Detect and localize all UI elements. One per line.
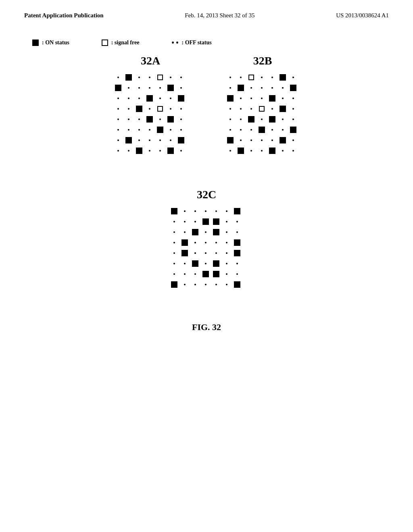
cell-filled-square <box>238 148 244 154</box>
cell-dot <box>250 98 252 99</box>
cell-filled-square <box>290 85 296 91</box>
cell-dot <box>282 129 284 131</box>
cell-filled-square <box>192 260 198 267</box>
grid-cell <box>171 239 178 246</box>
cell-dot <box>184 263 186 264</box>
header: Patent Application Publication Feb. 14, … <box>0 0 413 27</box>
grid-cell <box>258 116 265 123</box>
cell-filled-square <box>234 208 240 214</box>
grid-cell <box>269 84 276 91</box>
grid-cell <box>234 208 241 215</box>
cell-dot <box>117 77 119 78</box>
grid-cell <box>237 147 244 154</box>
grid-cell <box>213 239 220 246</box>
cell-filled-square <box>213 229 219 235</box>
cell-filled-square <box>227 95 234 102</box>
cell-dot <box>240 139 242 141</box>
grid-cell <box>213 218 220 225</box>
cell-dot <box>250 139 252 141</box>
grid-cell <box>181 281 188 288</box>
cell-dot <box>128 129 129 131</box>
grid-cell <box>248 126 255 133</box>
grid-cell <box>181 229 188 236</box>
grid-cell <box>202 260 209 267</box>
grid-cell <box>202 229 209 236</box>
cell-dot <box>226 210 227 212</box>
cell-filled-square <box>125 74 132 81</box>
grid-cell <box>171 281 178 288</box>
cell-dot <box>250 108 252 110</box>
cell-dot <box>261 118 263 120</box>
grid-cell <box>125 84 132 91</box>
cell-filled-square <box>181 239 188 246</box>
cell-filled-square <box>167 148 174 154</box>
grid-cell <box>202 270 209 278</box>
grid-cell <box>192 239 199 246</box>
cell-dot <box>180 129 182 131</box>
grid-cell <box>181 218 188 225</box>
grid-cell <box>177 147 185 154</box>
grid-cell <box>115 137 122 144</box>
grid-cell <box>146 74 153 81</box>
cell-outline-square <box>157 106 163 112</box>
grid-cell <box>223 270 230 278</box>
grid-cell <box>279 126 286 133</box>
cell-filled-square <box>259 127 265 133</box>
figure-32a: 32A <box>115 54 186 156</box>
grid-cell <box>213 270 220 278</box>
grid-cell <box>181 239 188 246</box>
cell-dot <box>117 129 119 131</box>
cell-dot <box>236 231 238 233</box>
grid-cell <box>146 105 153 112</box>
cell-dot <box>271 139 273 141</box>
grid-cell <box>237 126 244 133</box>
legend-off-status: • • : OFF status <box>171 39 211 46</box>
grid-cell <box>202 218 209 225</box>
cell-dot <box>184 210 186 212</box>
cell-dot <box>282 98 284 99</box>
grid-cell <box>248 137 255 144</box>
grid-cell <box>223 281 230 288</box>
cell-dot <box>180 108 182 110</box>
grid-cell <box>234 281 241 288</box>
cell-filled-square <box>202 218 209 225</box>
cell-dot <box>180 87 182 89</box>
grid-cell <box>125 126 132 133</box>
cell-dot <box>194 210 196 212</box>
cell-dot <box>170 98 171 99</box>
cell-dot <box>292 118 294 120</box>
signal-free-label: : signal free <box>111 39 140 46</box>
grid-cell <box>146 116 153 123</box>
cell-filled-square <box>146 95 153 102</box>
cell-dot <box>180 150 182 152</box>
grid-cell <box>146 137 153 144</box>
grid-cell <box>269 147 276 154</box>
grid-cell <box>177 137 185 144</box>
grid-cell <box>181 270 188 278</box>
grid-cell <box>125 74 132 81</box>
grid-cell <box>213 281 220 288</box>
grid-cell <box>290 84 297 91</box>
cell-dot <box>117 150 119 152</box>
cell-dot <box>170 77 171 78</box>
cell-filled-square <box>167 85 174 91</box>
cell-dot <box>226 242 227 243</box>
grid-cell <box>125 116 132 123</box>
cell-filled-square <box>157 127 163 133</box>
grid-cell <box>223 239 230 246</box>
off-status-label: : OFF status <box>182 39 212 46</box>
cell-dot <box>205 231 206 233</box>
grid-cell <box>290 116 297 123</box>
grid-cell <box>248 116 255 123</box>
figure-32c: 32C <box>171 188 242 290</box>
cell-filled-square <box>178 95 184 102</box>
grid-cell <box>223 229 230 236</box>
cell-dot <box>215 252 217 254</box>
figure-32b-label: 32B <box>253 54 272 67</box>
grid-cell <box>290 147 297 154</box>
grid-cell <box>202 249 209 257</box>
cell-dot <box>282 150 284 152</box>
grid-cell <box>115 126 122 133</box>
cell-filled-square <box>234 239 240 246</box>
cell-dot <box>229 77 231 78</box>
